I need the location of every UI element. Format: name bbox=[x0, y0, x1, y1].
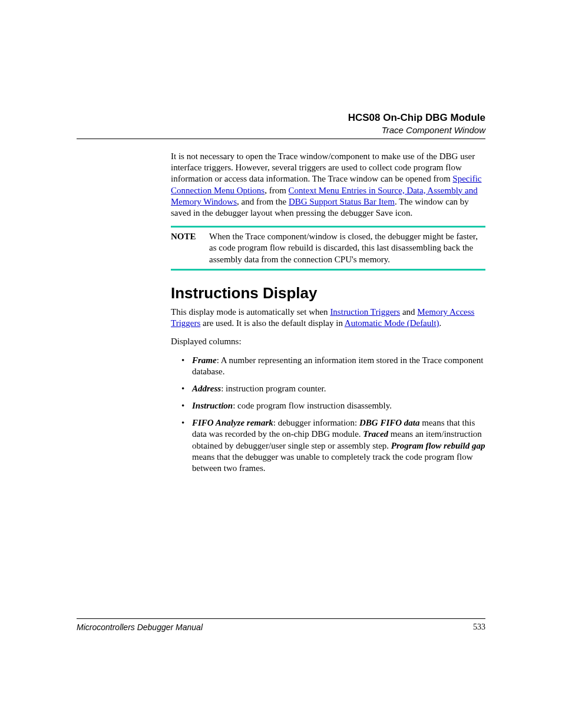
link-instruction-triggers[interactable]: Instruction Triggers bbox=[330, 307, 400, 317]
b4-t1: : debugger information: bbox=[273, 418, 359, 427]
link-automatic-mode-default[interactable]: Automatic Mode (Default) bbox=[345, 318, 439, 328]
list-item: FIFO Analyze remark: debugger informatio… bbox=[176, 417, 485, 474]
note-text: When the Trace component/window is close… bbox=[209, 231, 485, 265]
page-footer: Microcontrollers Debugger Manual 533 bbox=[77, 618, 485, 632]
term-address: Address bbox=[192, 384, 221, 393]
bullet-list: Frame: A number representing an informat… bbox=[171, 355, 485, 475]
list-item: Instruction: code program flow instructi… bbox=[176, 400, 485, 411]
sec-p1b: and bbox=[400, 307, 417, 317]
term-dbg-fifo-data: DBG FIFO data bbox=[359, 418, 420, 427]
list-item: Frame: A number representing an informat… bbox=[176, 355, 485, 377]
intro-text-2: , from bbox=[265, 186, 288, 195]
intro-text-3: , and from the bbox=[237, 197, 289, 206]
note-label: NOTE bbox=[171, 231, 209, 265]
list-item: Address: instruction program counter. bbox=[176, 383, 485, 394]
page-number: 533 bbox=[473, 622, 485, 632]
header-title: HCS08 On-Chip DBG Module bbox=[77, 112, 485, 124]
sec-p1a: This display mode is automatically set w… bbox=[171, 307, 330, 317]
footer-left: Microcontrollers Debugger Manual bbox=[77, 622, 203, 632]
sec-p1c: are used. It is also the default display… bbox=[200, 318, 345, 328]
b4-t4: means that the debugger was unable to co… bbox=[192, 452, 473, 473]
term-fifo-analyze: FIFO Analyze remark bbox=[192, 418, 273, 427]
rest-address: : instruction program counter. bbox=[221, 384, 326, 393]
rest-instruction: : code program flow instruction disassem… bbox=[233, 401, 392, 410]
page-header: HCS08 On-Chip DBG Module Trace Component… bbox=[77, 0, 485, 139]
note-block: NOTE When the Trace component/window is … bbox=[171, 226, 485, 271]
intro-text-1: It is not necessary to open the Trace wi… bbox=[171, 151, 475, 183]
term-program-flow-rebuild-gap: Program flow rebuild gap bbox=[391, 441, 485, 450]
header-rule bbox=[77, 139, 485, 139]
term-frame: Frame bbox=[192, 355, 217, 365]
term-instruction: Instruction bbox=[192, 401, 233, 410]
header-subtitle: Trace Component Window bbox=[77, 125, 485, 135]
section-paragraph-1: This display mode is automatically set w… bbox=[171, 307, 485, 329]
link-dbg-support-status-bar-item[interactable]: DBG Support Status Bar Item bbox=[289, 197, 395, 206]
sec-p1d: . bbox=[439, 318, 442, 328]
section-paragraph-2: Displayed columns: bbox=[171, 336, 485, 347]
section-heading: Instructions Display bbox=[171, 284, 485, 303]
main-content: It is not necessary to open the Trace wi… bbox=[171, 151, 485, 474]
rest-frame: : A number representing an information i… bbox=[192, 355, 484, 376]
intro-paragraph: It is not necessary to open the Trace wi… bbox=[171, 151, 485, 219]
term-traced: Traced bbox=[363, 429, 388, 439]
